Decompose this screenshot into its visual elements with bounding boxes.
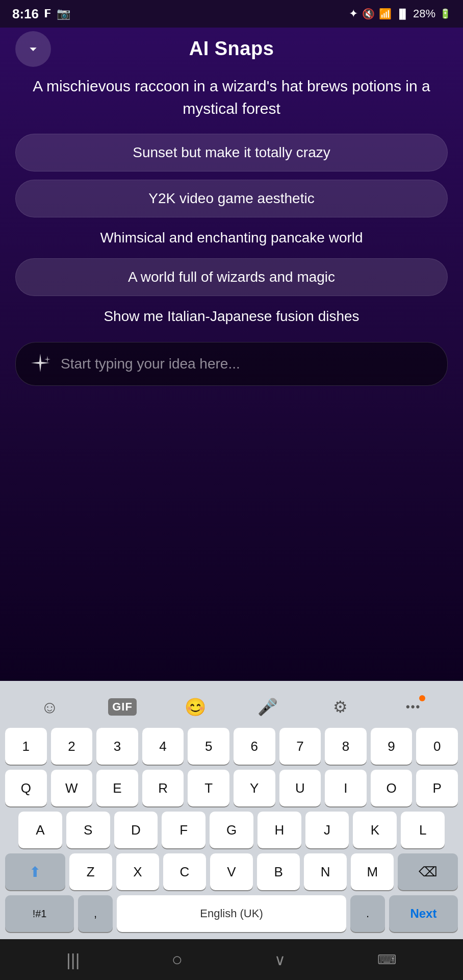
key-f[interactable]: F xyxy=(162,812,205,848)
key-5[interactable]: 5 xyxy=(188,728,229,765)
key-i[interactable]: I xyxy=(325,770,367,806)
chevron-down-icon xyxy=(25,41,41,57)
key-y[interactable]: Y xyxy=(234,770,275,806)
key-a[interactable]: A xyxy=(18,812,62,848)
page-title: AI Snaps xyxy=(189,38,274,60)
time-display: 8:16 xyxy=(12,6,39,22)
key-b[interactable]: B xyxy=(257,853,300,890)
key-6[interactable]: 6 xyxy=(234,728,275,765)
header: AI Snaps xyxy=(15,38,448,60)
idea-text-input[interactable] xyxy=(61,356,435,372)
key-7[interactable]: 7 xyxy=(279,728,321,765)
key-t[interactable]: T xyxy=(188,770,229,806)
suggestion-item-4[interactable]: A world full of wizards and magic xyxy=(15,258,448,296)
key-8[interactable]: 8 xyxy=(325,728,367,765)
suggestion-item-3[interactable]: Whimsical and enchanting pancake world xyxy=(95,226,368,250)
key-l[interactable]: L xyxy=(401,812,445,848)
facebook-icon: 𝗙 xyxy=(44,7,52,20)
notification-dot xyxy=(419,695,425,701)
key-z[interactable]: Z xyxy=(69,853,112,890)
key-r[interactable]: R xyxy=(142,770,184,806)
backspace-key[interactable]: ⌫ xyxy=(398,853,458,890)
key-g[interactable]: G xyxy=(210,812,253,848)
key-c[interactable]: C xyxy=(163,853,206,890)
key-d[interactable]: D xyxy=(114,812,158,848)
camera-icon: 📷 xyxy=(57,7,70,20)
key-u[interactable]: U xyxy=(279,770,321,806)
key-s[interactable]: S xyxy=(66,812,110,848)
suggestion-item-2[interactable]: Y2K video game aesthetic xyxy=(15,180,448,217)
emoji-sticker-icon[interactable]: ☺ xyxy=(36,693,63,721)
shift-key[interactable]: ⬆ xyxy=(5,853,65,890)
recent-nav-icon[interactable]: ∨ xyxy=(274,951,286,969)
key-x[interactable]: X xyxy=(116,853,159,890)
keyboard-toolbar: ☺ GIF 😊 🎤 ⚙ ••• xyxy=(3,686,460,728)
bluetooth-icon: ✦ xyxy=(349,7,358,20)
status-left: 8:16 𝗙 📷 xyxy=(12,6,70,22)
asdf-row: A S D F G H J K L xyxy=(3,812,460,848)
zxcv-row: ⬆ Z X C V B N M ⌫ xyxy=(3,853,460,890)
signal-icon: ▐▌ xyxy=(396,9,409,19)
intro-suggestion: A mischievous raccoon in a wizard's hat … xyxy=(15,75,448,119)
key-j[interactable]: J xyxy=(305,812,349,848)
key-w[interactable]: W xyxy=(51,770,93,806)
suggestion-item-5[interactable]: Show me Italian-Japanese fusion dishes xyxy=(98,304,364,329)
gif-icon[interactable]: GIF xyxy=(109,693,136,721)
period-key[interactable]: . xyxy=(350,895,385,932)
emoji-icon[interactable]: 😊 xyxy=(182,693,209,721)
qwerty-row: Q W E R T Y U I O P xyxy=(3,770,460,806)
key-4[interactable]: 4 xyxy=(142,728,184,765)
key-0[interactable]: 0 xyxy=(416,728,458,765)
keyboard-area: ☺ GIF 😊 🎤 ⚙ ••• 1 2 3 4 5 6 7 8 9 0 Q xyxy=(0,681,463,939)
key-1[interactable]: 1 xyxy=(5,728,47,765)
battery-icon: 🔋 xyxy=(440,8,451,19)
settings-icon[interactable]: ⚙ xyxy=(327,693,354,721)
key-o[interactable]: O xyxy=(371,770,413,806)
key-3[interactable]: 3 xyxy=(96,728,138,765)
key-q[interactable]: Q xyxy=(5,770,47,806)
key-v[interactable]: V xyxy=(210,853,253,890)
battery-display: 28% xyxy=(413,7,435,20)
back-nav-icon[interactable]: ||| xyxy=(66,950,80,970)
key-n[interactable]: N xyxy=(304,853,347,890)
key-h[interactable]: H xyxy=(258,812,301,848)
bottom-nav: ||| ○ ∨ ⌨ xyxy=(0,939,463,980)
mute-icon: 🔇 xyxy=(362,8,375,20)
key-k[interactable]: K xyxy=(353,812,397,848)
number-row: 1 2 3 4 5 6 7 8 9 0 xyxy=(3,728,460,765)
status-bar: 8:16 𝗙 📷 ✦ 🔇 📶 ▐▌ 28% 🔋 xyxy=(0,0,463,28)
main-content-area: AI Snaps A mischievous raccoon in a wiza… xyxy=(0,28,463,681)
keyboard-nav-icon[interactable]: ⌨ xyxy=(377,952,397,968)
space-key[interactable]: English (UK) xyxy=(117,895,347,932)
next-key[interactable]: Next xyxy=(389,895,458,932)
home-nav-icon[interactable]: ○ xyxy=(171,949,183,970)
key-e[interactable]: E xyxy=(96,770,138,806)
wifi-icon: 📶 xyxy=(379,8,392,20)
key-9[interactable]: 9 xyxy=(371,728,413,765)
more-icon[interactable]: ••• xyxy=(400,693,427,721)
sparkle-icon xyxy=(28,352,53,376)
key-p[interactable]: P xyxy=(416,770,458,806)
bottom-row: !#1 , English (UK) . Next xyxy=(3,895,460,932)
comma-key[interactable]: , xyxy=(78,895,113,932)
symbols-key[interactable]: !#1 xyxy=(5,895,74,932)
status-right: ✦ 🔇 📶 ▐▌ 28% 🔋 xyxy=(349,7,451,20)
key-m[interactable]: M xyxy=(351,853,394,890)
suggestion-item-1[interactable]: Sunset but make it totally crazy xyxy=(15,134,448,172)
microphone-icon[interactable]: 🎤 xyxy=(254,693,281,721)
idea-input-area[interactable] xyxy=(15,342,448,386)
back-button[interactable] xyxy=(15,31,51,67)
key-2[interactable]: 2 xyxy=(51,728,93,765)
